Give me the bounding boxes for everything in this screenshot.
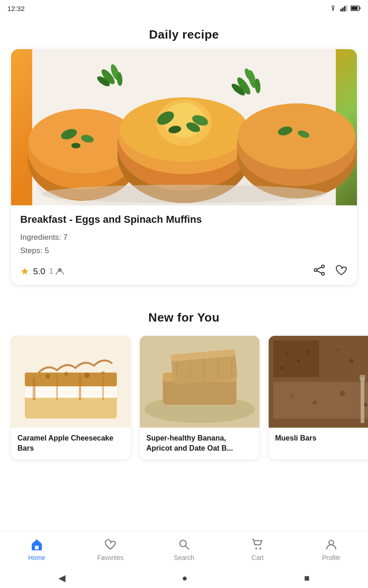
- svg-point-88: [259, 548, 261, 549]
- home-icon: [30, 538, 43, 552]
- svg-rect-2: [344, 6, 345, 11]
- svg-point-27: [238, 103, 356, 170]
- svg-point-87: [255, 548, 257, 549]
- svg-rect-83: [360, 375, 365, 380]
- cart-icon: [251, 538, 264, 552]
- svg-point-50: [46, 374, 50, 379]
- android-back-button[interactable]: ◀: [58, 572, 65, 583]
- caramel-apple-illustration: [11, 336, 131, 428]
- svg-point-85: [180, 540, 186, 547]
- recipe-meta: Ingredients: 7 Steps: 5: [20, 231, 348, 258]
- nav-label-profile: Profile: [322, 554, 340, 561]
- daily-recipe-info: Breakfast - Eggs and Spinach Muffins Ing…: [11, 205, 357, 285]
- recipe-food-illustration: [11, 49, 357, 205]
- svg-line-86: [186, 546, 190, 549]
- svg-point-75: [336, 348, 339, 351]
- svg-rect-6: [360, 7, 361, 10]
- search-icon: [178, 538, 190, 552]
- status-icons: [328, 5, 361, 11]
- nav-label-cart: Cart: [252, 554, 264, 561]
- svg-rect-5: [351, 7, 358, 10]
- banana-oat-illustration: [140, 336, 259, 428]
- svg-line-44: [317, 267, 322, 269]
- svg-point-76: [349, 359, 354, 363]
- recipe-horizontal-list[interactable]: Caramel Apple Cheesecake Bars: [0, 332, 368, 467]
- nav-label-search: Search: [174, 554, 194, 561]
- bottom-nav: Home Favorites Search Cart: [0, 531, 368, 568]
- banana-apricot-label: Super-healthy Banana, Apricot and Date O…: [140, 428, 259, 459]
- svg-point-51: [64, 372, 68, 376]
- daily-recipe-card[interactable]: Breakfast - Eggs and Spinach Muffins Ing…: [11, 49, 357, 285]
- daily-recipe-title: Daily recipe: [0, 17, 368, 49]
- muesli-illustration: [269, 336, 368, 428]
- list-item[interactable]: Muesli Bars: [269, 336, 368, 459]
- svg-point-79: [313, 401, 316, 404]
- daily-recipe-image: [11, 49, 357, 205]
- status-time: 12:32: [7, 5, 25, 12]
- signal-icon: [340, 5, 348, 11]
- svg-rect-68: [273, 340, 319, 377]
- svg-point-53: [101, 372, 105, 375]
- svg-rect-3: [346, 5, 347, 11]
- svg-point-78: [289, 393, 294, 398]
- nav-label-home: Home: [28, 554, 45, 561]
- muesli-bars-label: Muesli Bars: [269, 428, 368, 449]
- svg-point-39: [41, 185, 327, 203]
- svg-point-74: [281, 367, 284, 369]
- svg-point-42: [322, 272, 324, 275]
- new-for-you-title: New for You: [0, 300, 368, 332]
- android-nav-bar: ◀ ● ■: [0, 568, 368, 588]
- svg-point-43: [314, 269, 317, 271]
- svg-point-89: [329, 540, 334, 545]
- nav-label-favorites: Favorites: [97, 554, 124, 561]
- favorite-button[interactable]: [335, 264, 348, 279]
- battery-icon: [351, 6, 361, 11]
- svg-point-71: [285, 352, 289, 356]
- svg-point-73: [305, 350, 310, 354]
- recipe-title: Breakfast - Eggs and Spinach Muffins: [20, 214, 348, 226]
- rating-score: 5.0: [33, 266, 45, 277]
- profile-icon: [325, 538, 338, 552]
- caramel-apple-image: [11, 336, 131, 428]
- svg-rect-82: [361, 377, 364, 423]
- caramel-apple-label: Caramel Apple Cheesecake Bars: [11, 428, 131, 459]
- recipe-ingredients: Ingredients: 7: [20, 231, 348, 244]
- svg-point-52: [84, 373, 90, 378]
- rating-section: ★ 5.0 1: [20, 266, 64, 277]
- share-button[interactable]: [313, 265, 326, 279]
- banana-apricot-image: [140, 336, 259, 428]
- new-for-you-section: New for You: [0, 300, 368, 467]
- list-item[interactable]: Super-healthy Banana, Apricot and Date O…: [140, 336, 259, 459]
- main-content: Daily recipe: [0, 17, 368, 531]
- nav-item-search[interactable]: Search: [166, 538, 202, 561]
- svg-rect-69: [324, 340, 368, 377]
- favorites-icon: [104, 538, 117, 552]
- nav-item-favorites[interactable]: Favorites: [92, 538, 129, 561]
- status-bar: 12:32: [0, 0, 368, 17]
- svg-point-14: [71, 143, 80, 148]
- nav-item-home[interactable]: Home: [18, 538, 55, 561]
- person-icon: [55, 267, 64, 276]
- android-home-button[interactable]: ●: [182, 573, 187, 583]
- svg-point-41: [322, 265, 324, 268]
- svg-rect-84: [35, 546, 39, 549]
- android-recent-button[interactable]: ■: [304, 573, 310, 583]
- svg-rect-70: [273, 382, 368, 418]
- list-item[interactable]: Caramel Apple Cheesecake Bars: [11, 336, 131, 459]
- svg-point-80: [339, 390, 345, 396]
- svg-line-45: [317, 271, 322, 273]
- svg-rect-1: [342, 7, 344, 11]
- wifi-icon: [328, 5, 338, 11]
- recipe-footer: ★ 5.0 1: [20, 264, 348, 279]
- action-icons: [313, 264, 348, 279]
- nav-item-profile[interactable]: Profile: [313, 538, 350, 561]
- reviewer-count: 1: [49, 267, 64, 276]
- star-icon: ★: [20, 266, 29, 277]
- recipe-steps: Steps: 5: [20, 244, 348, 258]
- nav-item-cart[interactable]: Cart: [239, 538, 276, 561]
- svg-point-72: [297, 360, 300, 362]
- svg-rect-0: [340, 9, 342, 11]
- reviewer-number: 1: [49, 267, 53, 276]
- muesli-bars-image: [269, 336, 368, 428]
